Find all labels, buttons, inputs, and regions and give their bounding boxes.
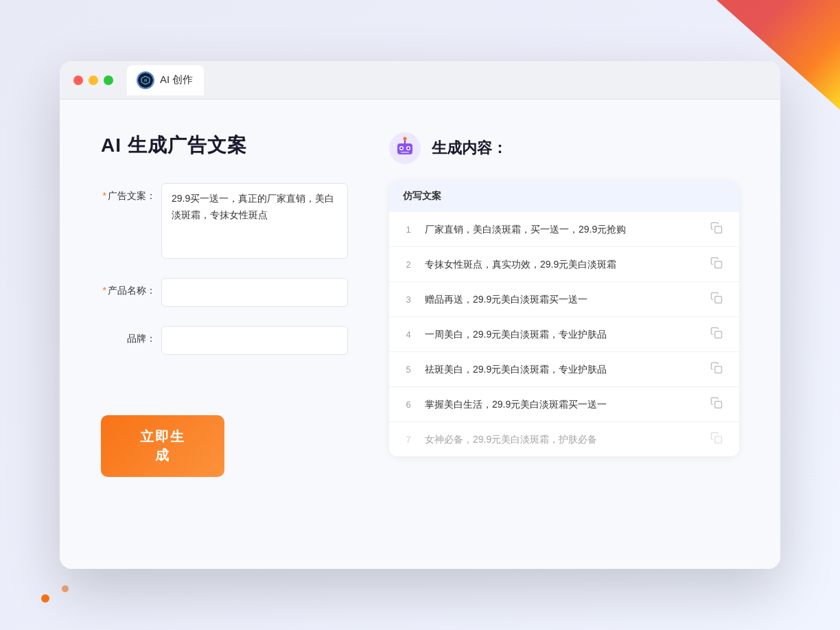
copy-icon[interactable] — [710, 292, 725, 307]
svg-rect-15 — [715, 366, 722, 373]
result-text: 一周美白，29.9元美白淡斑霜，专业护肤品 — [425, 327, 699, 342]
svg-text:AI: AI — [144, 79, 148, 82]
result-number: 1 — [403, 224, 414, 235]
result-row: 2专抹女性斑点，真实功效，29.9元美白淡斑霜 — [389, 247, 739, 282]
result-text: 专抹女性斑点，真实功效，29.9元美白淡斑霜 — [425, 257, 699, 272]
copy-icon[interactable] — [710, 222, 725, 237]
right-header: 生成内容： — [389, 132, 739, 164]
brand-input[interactable]: 好白 — [161, 326, 348, 355]
left-panel: AI 生成广告文案 *广告文案： 29.9买一送一，真正的厂家直销，美白淡斑霜，… — [101, 132, 348, 536]
svg-rect-11 — [715, 226, 722, 233]
copy-icon[interactable] — [710, 432, 725, 447]
product-name-row: *产品名称： 美白淡斑霜 — [101, 278, 348, 307]
result-text: 女神必备，29.9元美白淡斑霜，护肤必备 — [425, 432, 699, 447]
svg-marker-0 — [141, 76, 150, 84]
result-row: 1厂家直销，美白淡斑霜，买一送一，29.9元抢购 — [389, 212, 739, 247]
right-panel: 生成内容： 仿写文案 1厂家直销，美白淡斑霜，买一送一，29.9元抢购 2专抹女… — [389, 132, 739, 536]
svg-rect-10 — [401, 152, 409, 153]
result-number: 6 — [403, 399, 414, 410]
brand-label: 品牌： — [101, 326, 156, 345]
decorative-dot-2 — [62, 585, 69, 592]
result-number: 4 — [403, 329, 414, 340]
maximize-button[interactable] — [104, 75, 113, 85]
titlebar: AI AI 创作 — [60, 61, 780, 100]
result-text: 厂家直销，美白淡斑霜，买一送一，29.9元抢购 — [425, 222, 699, 237]
result-text: 掌握美白生活，29.9元美白淡斑霜买一送一 — [425, 397, 699, 412]
tab-icon: AI — [138, 73, 153, 88]
svg-point-6 — [401, 148, 403, 150]
required-star-1: * — [103, 190, 106, 201]
svg-point-7 — [408, 148, 410, 150]
browser-window: AI AI 创作 AI 生成广告文案 *广告文案： 29.9买一送一，真正的厂家… — [60, 61, 780, 569]
result-row: 7女神必备，29.9元美白淡斑霜，护肤必备 — [389, 422, 739, 456]
decorative-dot-1 — [41, 594, 49, 603]
result-row: 3赠品再送，29.9元美白淡斑霜买一送一 — [389, 282, 739, 317]
results-table: 仿写文案 1厂家直销，美白淡斑霜，买一送一，29.9元抢购 2专抹女性斑点，真实… — [389, 180, 739, 456]
brand-row: 品牌： 好白 — [101, 326, 348, 355]
result-number: 3 — [403, 294, 414, 305]
right-title: 生成内容： — [432, 138, 507, 159]
generate-button[interactable]: 立即生成 — [101, 415, 224, 477]
robot-icon — [389, 132, 421, 164]
result-text: 祛斑美白，29.9元美白淡斑霜，专业护肤品 — [425, 362, 699, 377]
results-container: 1厂家直销，美白淡斑霜，买一送一，29.9元抢购 2专抹女性斑点，真实功效，29… — [389, 212, 739, 456]
result-text: 赠品再送，29.9元美白淡斑霜买一送一 — [425, 292, 699, 307]
result-number: 7 — [403, 434, 414, 445]
product-name-input[interactable]: 美白淡斑霜 — [161, 278, 348, 307]
main-content: AI 生成广告文案 *广告文案： 29.9买一送一，真正的厂家直销，美白淡斑霜，… — [60, 100, 780, 569]
results-header: 仿写文案 — [389, 180, 739, 212]
window-controls — [73, 75, 113, 85]
svg-rect-13 — [715, 296, 722, 303]
page-title: AI 生成广告文案 — [101, 132, 348, 159]
close-button[interactable] — [73, 75, 83, 85]
copy-icon[interactable] — [710, 327, 725, 342]
svg-rect-17 — [715, 436, 722, 443]
result-number: 5 — [403, 364, 414, 375]
browser-tab[interactable]: AI AI 创作 — [127, 65, 204, 95]
svg-rect-12 — [715, 261, 722, 268]
copy-icon[interactable] — [710, 257, 725, 272]
copy-icon[interactable] — [710, 362, 725, 377]
result-number: 2 — [403, 259, 414, 270]
svg-rect-16 — [715, 401, 722, 408]
copy-icon[interactable] — [710, 397, 725, 412]
svg-point-9 — [404, 137, 407, 141]
required-star-2: * — [103, 285, 106, 296]
product-name-label: *产品名称： — [101, 278, 156, 297]
minimize-button[interactable] — [89, 75, 98, 85]
tab-label: AI 创作 — [160, 73, 193, 86]
ad-copy-input[interactable]: 29.9买一送一，真正的厂家直销，美白淡斑霜，专抹女性斑点 — [161, 183, 348, 259]
ad-copy-row: *广告文案： 29.9买一送一，真正的厂家直销，美白淡斑霜，专抹女性斑点 — [101, 183, 348, 259]
result-row: 5祛斑美白，29.9元美白淡斑霜，专业护肤品 — [389, 352, 739, 387]
ad-copy-label: *广告文案： — [101, 183, 156, 202]
result-row: 6掌握美白生活，29.9元美白淡斑霜买一送一 — [389, 387, 739, 422]
result-row: 4一周美白，29.9元美白淡斑霜，专业护肤品 — [389, 317, 739, 352]
svg-rect-14 — [715, 331, 722, 338]
